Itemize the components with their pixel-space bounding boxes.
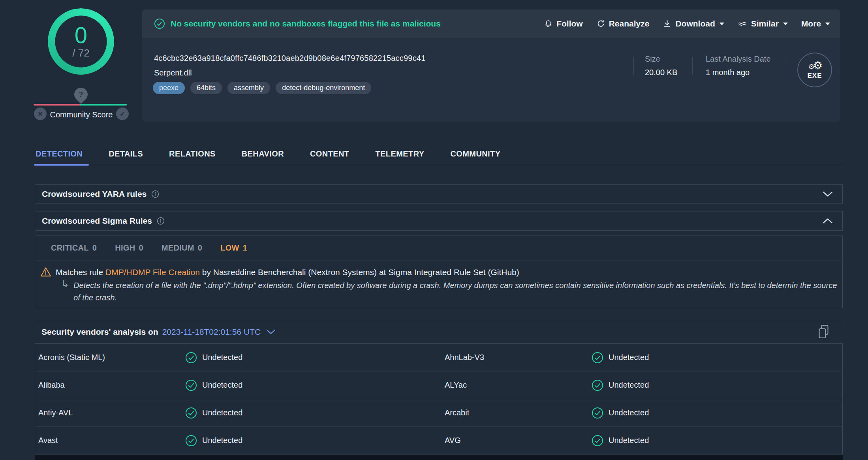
- community-score-label: Community Score: [47, 110, 116, 119]
- tag-64bits[interactable]: 64bits: [190, 82, 222, 94]
- match-rule-text: Matches rule DMP/HDMP File Creation by N…: [56, 268, 519, 277]
- analysis-title: Security vendors' analysis on: [41, 327, 158, 337]
- gears-icon: ⚙⚙: [808, 60, 821, 72]
- rule-link[interactable]: DMP/HDMP File Creation: [105, 268, 200, 277]
- check-circle-icon: [185, 435, 197, 447]
- vendor-status: Undetected: [592, 379, 649, 391]
- table-row: Antiy-AVL Undetected Arcabit Undetected: [35, 399, 842, 427]
- header-actions: Follow Reanalyze Download Similar: [544, 19, 830, 28]
- vendor-status: Undetected: [592, 435, 649, 447]
- vendor-cell: Arcabit Undetected: [439, 399, 842, 426]
- warning-icon: [40, 267, 51, 277]
- community-help-icon[interactable]: ?: [71, 85, 90, 104]
- community-upvote-button[interactable]: ✓: [116, 107, 129, 120]
- vendor-name: Alibaba: [38, 381, 185, 390]
- last-analysis-label: Last Analysis Date: [706, 55, 771, 64]
- caret-down-icon: [825, 22, 830, 25]
- size-label: Size: [645, 55, 660, 64]
- similar-button[interactable]: Similar: [738, 19, 788, 28]
- last-analysis-value: 1 month ago: [706, 68, 750, 77]
- divider: [692, 57, 693, 75]
- banner-check-circle-icon: [154, 18, 165, 29]
- size-value: 20.00 KB: [645, 68, 677, 77]
- tag-detect-debug-environment[interactable]: detect-debug-environment: [276, 82, 371, 94]
- sigma-section-body: CRITICAL0 HIGH0 MEDIUM0 LOW1 Matches rul…: [35, 236, 843, 308]
- reanalyze-button[interactable]: Reanalyze: [596, 19, 650, 28]
- virustotal-file-report: 0 / 72 ? ✕ Community Score ✓ No security…: [0, 0, 868, 460]
- tab-relations[interactable]: RELATIONS: [168, 143, 216, 165]
- tab-content[interactable]: CONTENT: [309, 143, 350, 165]
- reanalyze-icon: [596, 19, 605, 28]
- tab-detection[interactable]: DETECTION: [35, 143, 83, 165]
- community-downvote-button[interactable]: ✕: [34, 107, 47, 120]
- vendor-cell: Avast Undetected: [35, 427, 439, 454]
- vendor-name: Antiy-AVL: [38, 408, 185, 417]
- analysis-date[interactable]: 2023-11-18T02:01:56 UTC: [162, 327, 261, 337]
- download-icon: [663, 19, 672, 28]
- verdict-message: No security vendors and no sandboxes fla…: [171, 19, 441, 28]
- score-value: 0: [75, 24, 87, 46]
- sigma-title: Crowdsourced Sigma Rules: [42, 216, 152, 226]
- sigma-severity-filters: CRITICAL0 HIGH0 MEDIUM0 LOW1: [35, 236, 842, 260]
- bell-icon: [544, 19, 553, 28]
- tag-assembly[interactable]: assembly: [227, 82, 270, 94]
- table-row: Acronis (Static ML) Undetected AhnLab-V3…: [35, 344, 842, 371]
- tab-telemetry[interactable]: TELEMETRY: [375, 143, 425, 165]
- vendor-name: AhnLab-V3: [445, 353, 592, 362]
- vendor-status: Undetected: [185, 379, 242, 391]
- chevron-down-icon[interactable]: [823, 191, 833, 197]
- check-circle-icon: [592, 352, 603, 364]
- vendor-name: ALYac: [445, 381, 592, 390]
- severity-critical[interactable]: CRITICAL0: [51, 243, 97, 253]
- check-icon: ✓: [120, 110, 125, 118]
- verdict-banner: No security vendors and no sandboxes fla…: [142, 9, 840, 38]
- download-button[interactable]: Download: [663, 19, 724, 28]
- vendor-name: Arcabit: [445, 408, 592, 417]
- info-icon[interactable]: [151, 190, 159, 198]
- tab-details[interactable]: DETAILS: [108, 143, 144, 165]
- similar-icon: [738, 19, 748, 28]
- rule-description-line1: Detects the creation of a file with the …: [73, 281, 798, 290]
- check-circle-icon: [185, 379, 197, 391]
- severity-medium[interactable]: MEDIUM0: [162, 243, 202, 253]
- vendor-cell: Antiy-AVL Undetected: [35, 399, 439, 426]
- tab-behavior[interactable]: BEHAVIOR: [241, 143, 285, 165]
- check-circle-icon: [185, 352, 197, 364]
- file-name: Serpent.dll: [154, 68, 192, 77]
- check-circle-icon: [592, 435, 603, 447]
- more-button[interactable]: More: [801, 19, 830, 28]
- vendor-status: Undetected: [185, 407, 242, 419]
- check-circle-icon: [592, 379, 603, 391]
- file-type-label: EXE: [807, 72, 822, 80]
- table-row: Avast Undetected AVG Undetected: [35, 427, 842, 454]
- severity-high[interactable]: HIGH0: [115, 243, 143, 253]
- follow-button[interactable]: Follow: [544, 19, 583, 28]
- x-icon: ✕: [38, 110, 43, 118]
- detection-score: 0 / 72: [48, 8, 114, 75]
- rule-description: ↳ Detects the creation of a file with th…: [61, 279, 842, 304]
- copy-icon[interactable]: [817, 324, 830, 339]
- tag-peexe[interactable]: peexe: [153, 82, 185, 94]
- date-chevron-down-icon[interactable]: [266, 329, 276, 334]
- info-icon[interactable]: [157, 217, 165, 225]
- vendor-cell: AVG Undetected: [439, 427, 842, 454]
- vendor-cell: Alibaba Undetected: [35, 371, 439, 399]
- check-circle-icon: [185, 407, 197, 419]
- chevron-up-icon[interactable]: [823, 218, 833, 224]
- vendors-analysis-header: Security vendors' analysis on 2023-11-18…: [35, 320, 843, 343]
- table-row: Alibaba Undetected ALYac Undetected: [35, 371, 842, 399]
- tab-community[interactable]: COMMUNITY: [449, 143, 501, 165]
- vendor-status: Undetected: [185, 352, 242, 364]
- sigma-rule-match: Matches rule DMP/HDMP File Creation by N…: [35, 260, 842, 304]
- sigma-section-header[interactable]: Crowdsourced Sigma Rules: [35, 211, 843, 231]
- severity-low[interactable]: LOW1: [220, 243, 247, 253]
- vendor-status: Undetected: [592, 352, 649, 364]
- yara-section-header[interactable]: Crowdsourced YARA rules: [35, 184, 843, 204]
- vendors-table: Acronis (Static ML) Undetected AhnLab-V3…: [35, 343, 843, 454]
- report-tabs: DETECTION DETAILS RELATIONS BEHAVIOR CON…: [35, 143, 843, 165]
- file-type-badge: ⚙⚙ EXE: [797, 53, 832, 87]
- file-header-panel: No security vendors and no sandboxes fla…: [142, 9, 840, 122]
- corner-arrow-icon: ↳: [61, 279, 69, 304]
- vendor-cell: AhnLab-V3 Undetected: [439, 344, 842, 371]
- vendor-name: AVG: [445, 436, 592, 445]
